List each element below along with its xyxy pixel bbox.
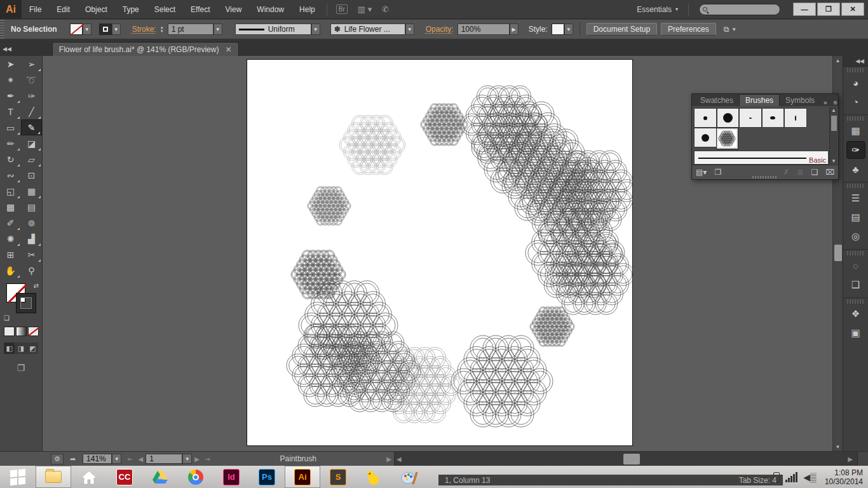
color-button[interactable] <box>4 327 15 336</box>
delete-brush-icon[interactable]: ⌧ <box>825 168 834 177</box>
symbols-panel-icon[interactable]: ♣ <box>846 160 865 178</box>
document-setup-button[interactable]: Document Setup <box>587 23 657 36</box>
panel-gripper[interactable] <box>0 20 4 39</box>
close-button[interactable]: ✕ <box>841 3 864 16</box>
none-button[interactable] <box>28 327 39 336</box>
scale-tool[interactable]: ▱ <box>21 151 42 167</box>
align-icon[interactable]: ⧉ <box>724 25 729 34</box>
stroke-swatch[interactable] <box>17 294 36 313</box>
gradient-button[interactable] <box>16 327 27 336</box>
selection-tool[interactable]: ➤ <box>0 56 21 72</box>
last-artboard-icon[interactable]: ⇥ <box>205 456 210 463</box>
blend-tool[interactable]: ⊚ <box>21 215 42 231</box>
menu-edit[interactable]: Edit <box>49 0 78 19</box>
color-panel-icon[interactable]: ◕ <box>846 74 865 92</box>
library-panel-icon[interactable]: ❐ <box>714 168 721 177</box>
close-tab-icon[interactable]: ✕ <box>225 45 231 54</box>
direct-selection-tool[interactable]: ➢ <box>21 56 42 72</box>
bridge-icon[interactable]: Br <box>336 4 348 14</box>
free-transform-tool[interactable]: ⊡ <box>21 167 42 183</box>
swatches-panel-icon[interactable]: ▦ <box>846 122 865 140</box>
panel-drag-handle[interactable] <box>752 176 778 179</box>
indesign[interactable]: Id <box>214 466 249 488</box>
style-swatch[interactable] <box>552 24 564 35</box>
pen-tool[interactable]: ✒ <box>0 88 21 104</box>
dock-gripper[interactable] <box>847 116 864 121</box>
preferences-button[interactable]: Preferences <box>661 23 716 36</box>
pane-arrow-icon[interactable]: ▶ <box>386 456 391 463</box>
round-brush-3[interactable] <box>762 108 785 128</box>
panel-menu-icon[interactable]: ≡ <box>831 99 841 106</box>
curvature-tool[interactable]: ✑ <box>21 88 42 104</box>
dock-gripper[interactable] <box>847 299 864 304</box>
scroll-down-icon[interactable]: ▼ <box>830 158 837 164</box>
google-drive[interactable] <box>142 466 178 488</box>
next-artboard-icon[interactable]: ▶ <box>194 456 200 463</box>
file-explorer[interactable] <box>36 466 71 488</box>
round-brush-0[interactable] <box>694 108 717 128</box>
horizontal-scrollbar[interactable]: ◀ ▶ <box>394 452 858 466</box>
paint[interactable] <box>391 466 427 488</box>
default-fill-stroke-icon[interactable]: ❏ <box>4 315 10 322</box>
opacity-field[interactable]: 100% <box>458 24 510 35</box>
scroll-right-icon[interactable]: ▶ <box>848 456 853 463</box>
first-artboard-icon[interactable]: ⇤ <box>128 456 133 463</box>
workspace-switcher[interactable]: Essentials▾ <box>637 5 678 14</box>
round-brush-4[interactable] <box>784 108 807 128</box>
start-button[interactable] <box>0 466 36 488</box>
menu-help[interactable]: Help <box>292 0 323 19</box>
cyberduck[interactable] <box>356 466 391 488</box>
zoom-tool[interactable]: ⚲ <box>21 262 42 278</box>
search-input[interactable] <box>699 4 780 15</box>
width-tool[interactable]: ∾ <box>0 167 21 183</box>
stroke-width-field[interactable]: 1 pt <box>168 24 214 35</box>
zoom-level-field[interactable]: 141% <box>83 454 112 464</box>
menu-object[interactable]: Object <box>78 0 115 19</box>
mesh-tool[interactable]: ▩ <box>0 199 21 215</box>
swap-fill-stroke-icon[interactable]: ⇄ <box>34 282 39 289</box>
paintbrush-tool[interactable]: ✎ <box>21 119 42 135</box>
illustrator[interactable]: Ai <box>285 466 320 488</box>
variable-width-select[interactable]: Uniform <box>235 24 311 35</box>
restore-button[interactable]: ❐ <box>817 3 840 16</box>
artboard-dropdown[interactable]: ▼ <box>182 454 192 464</box>
creative-cloud[interactable]: CC <box>107 466 142 488</box>
zoom-dropdown[interactable]: ▼ <box>112 454 121 464</box>
menu-effect[interactable]: Effect <box>183 0 217 19</box>
pencil-tool[interactable]: ✏ <box>0 135 21 151</box>
gradient-tool[interactable]: ▤ <box>21 199 42 215</box>
opacity-label[interactable]: Opacity: <box>426 25 454 34</box>
home-app[interactable] <box>71 466 107 488</box>
stroke-label[interactable]: Stroke: <box>132 25 156 34</box>
eraser-tool[interactable]: ◪ <box>21 135 42 151</box>
eyedropper-tool[interactable]: ✐ <box>0 215 21 231</box>
appearance-panel-icon[interactable]: ◌ <box>846 257 865 274</box>
fill-dropdown[interactable]: ▼ <box>112 24 121 35</box>
draw-mode-2[interactable]: ◩ <box>27 342 38 354</box>
workflow-icon[interactable]: ⚙ <box>51 454 64 464</box>
tab-swatches[interactable]: Swatches <box>695 94 739 106</box>
network-signal-icon[interactable] <box>785 472 797 482</box>
tab-symbols[interactable]: Symbols <box>780 94 820 106</box>
line-segment-tool[interactable]: ╱ <box>21 104 42 119</box>
export-icon[interactable]: ➦ <box>70 455 76 463</box>
chrome[interactable] <box>178 466 214 488</box>
hand-tool[interactable]: ✋ <box>0 262 21 278</box>
menu-view[interactable]: View <box>218 0 250 19</box>
layers-panel-icon[interactable]: ❖ <box>846 305 865 323</box>
scroll-up-icon[interactable]: ▲ <box>830 107 837 113</box>
screen-mode-button[interactable]: ❐ <box>0 363 42 373</box>
magic-wand-tool[interactable]: ✶ <box>0 72 21 88</box>
transparency-panel-icon[interactable]: ◎ <box>846 227 865 245</box>
horizontal-scroll-thumb[interactable] <box>623 454 640 464</box>
sublime-text[interactable]: S <box>320 466 356 488</box>
style-dropdown[interactable]: ▼ <box>564 24 573 35</box>
column-graph-tool[interactable]: ▟ <box>21 231 42 247</box>
flower-of-life-brush[interactable] <box>717 128 738 149</box>
dock-gripper[interactable] <box>847 184 864 188</box>
artboard-tool[interactable]: ⊞ <box>0 247 21 262</box>
prev-artboard-icon[interactable]: ◀ <box>138 456 143 463</box>
stroke-width-dropdown[interactable]: ▼ <box>214 24 222 35</box>
round-brush-2[interactable] <box>739 108 762 128</box>
fill-swatch[interactable] <box>99 24 112 35</box>
